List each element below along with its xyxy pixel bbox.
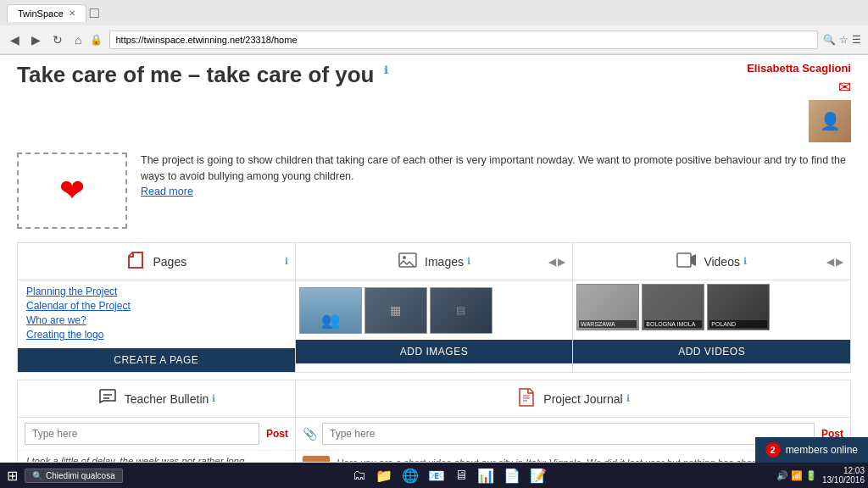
message-icon[interactable]: ✉	[838, 78, 851, 97]
task-icon-3[interactable]: 🌐	[398, 468, 422, 484]
videos-next-button[interactable]: ▶	[836, 256, 843, 268]
image-thumb-3[interactable]: ▤	[430, 287, 492, 334]
page-link-planning[interactable]: Planning the Project	[26, 286, 287, 297]
taskbar-search-label: Chiedimi qualcosa	[46, 471, 115, 480]
video-thumb-3[interactable]: POLAND	[707, 284, 770, 330]
images-icon	[398, 250, 418, 273]
settings-icon[interactable]: ☰	[852, 34, 861, 46]
browser-tab[interactable]: TwinSpace ✕	[7, 4, 86, 22]
home-button[interactable]: ⌂	[71, 31, 85, 48]
add-videos-button[interactable]: ADD VIDEOS	[573, 340, 850, 363]
teacher-bulletin-info-icon[interactable]: ℹ	[212, 393, 215, 404]
taskbar-right: 🔊 📶 🔋 12:03 13/10/2016	[776, 466, 865, 485]
header-section: Take care of me – take care of you ℹ Eli…	[17, 62, 851, 142]
task-icon-8[interactable]: 📝	[526, 468, 550, 484]
project-title: Take care of me – take care of you ℹ	[17, 62, 388, 88]
videos-info-icon[interactable]: ℹ	[743, 256, 747, 267]
pages-body: Planning the Project Calendar of the Pro…	[18, 280, 295, 348]
ssl-icon: 🔒	[90, 34, 103, 46]
image-thumb-2[interactable]: ▦	[364, 287, 427, 334]
new-tab-button[interactable]: □	[90, 4, 99, 22]
journal-icon	[516, 387, 537, 410]
teacher-bulletin-entry-1: I took a little of delay, the week was n…	[18, 451, 295, 462]
page-link-logo[interactable]: Creating the logo	[26, 329, 287, 341]
bookmark-icon[interactable]: ☆	[839, 34, 849, 46]
pages-title: Pages	[153, 255, 186, 269]
project-logo: ❤	[17, 152, 127, 229]
project-journal-info-icon[interactable]: ℹ	[626, 393, 630, 404]
title-info-icon[interactable]: ℹ	[384, 64, 388, 76]
address-bar[interactable]	[109, 30, 818, 49]
pages-section: Pages ℹ Planning the Project Calendar of…	[18, 243, 296, 372]
page-link-calendar[interactable]: Calendar of the Project	[26, 300, 287, 312]
taskbar-time-display: 12:03	[822, 466, 865, 475]
teacher-bulletin-panel: Teacher Bulletin ℹ Post I took a little …	[18, 380, 296, 462]
task-icon-1[interactable]: 🗂	[349, 468, 370, 483]
task-icon-7[interactable]: 📄	[500, 468, 524, 484]
journal-entry-text: Here you are a short video about our cit…	[337, 456, 808, 462]
user-avatar: 👤	[809, 100, 851, 142]
taskbar-center: 🗂 📁 🌐 📧 🖥 📊 📄 📝	[349, 468, 550, 484]
bulletin-entry-text-1: I took a little of delay, the week was n…	[26, 456, 287, 462]
teacher-bulletin-post-button[interactable]: Post	[266, 428, 288, 440]
image-thumb-1[interactable]: 👥	[299, 287, 362, 334]
sections-row: Pages ℹ Planning the Project Calendar of…	[17, 242, 851, 373]
back-button[interactable]: ◀	[7, 31, 23, 48]
images-title: Images	[425, 255, 464, 269]
tab-bar: TwinSpace ✕ □	[0, 0, 868, 25]
video-label-1: WARSZAWA	[579, 320, 637, 328]
pages-icon	[125, 250, 146, 273]
svg-rect-2	[677, 253, 691, 267]
tab-close-button[interactable]: ✕	[69, 8, 75, 18]
members-online-label: members online	[786, 444, 858, 456]
images-prev-button[interactable]: ◀	[548, 256, 556, 268]
videos-section: Videos ℹ ◀ ▶ WARSZAWA BOLOGNA IMOLA POLA…	[573, 243, 850, 372]
project-description: The project is going to show children th…	[141, 152, 851, 185]
project-journal-input[interactable]	[322, 423, 815, 445]
images-header: Images ℹ ◀ ▶	[296, 243, 573, 280]
videos-title: Videos	[704, 255, 740, 269]
add-images-button[interactable]: ADD IMAGES	[296, 340, 573, 363]
read-more-link[interactable]: Read more	[141, 186, 193, 197]
teacher-bulletin-icon	[97, 387, 118, 410]
task-icon-4[interactable]: 📧	[425, 468, 448, 484]
taskbar-date-display: 13/10/2016	[822, 475, 865, 485]
search-taskbar-icon: 🔍	[32, 471, 42, 480]
task-icon-6[interactable]: 📊	[474, 468, 498, 484]
user-area: Elisabetta Scaglioni ✉ 👤	[747, 62, 851, 142]
videos-header: Videos ℹ ◀ ▶	[573, 243, 850, 280]
videos-prev-button[interactable]: ◀	[826, 256, 834, 268]
video-label-3: POLAND	[709, 320, 767, 328]
project-journal-title: Project Journal	[543, 392, 622, 406]
title-area: Take care of me – take care of you ℹ	[17, 62, 388, 88]
videos-icon	[676, 250, 697, 273]
forward-button[interactable]: ▶	[28, 31, 44, 48]
start-button[interactable]: ⊞	[3, 466, 21, 485]
task-icon-5[interactable]: 🖥	[451, 468, 471, 483]
refresh-button[interactable]: ↻	[49, 31, 66, 48]
taskbar-search[interactable]: 🔍 Chiedimi qualcosa	[25, 469, 123, 483]
images-nav: ◀ ▶	[548, 256, 565, 268]
create-page-button[interactable]: CREATE A PAGE	[18, 348, 295, 372]
teacher-bulletin-input[interactable]	[25, 423, 259, 445]
journal-avatar	[303, 456, 330, 462]
images-body: 👥 ▦ ▤	[296, 280, 573, 340]
video-thumb-2[interactable]: BOLOGNA IMOLA	[642, 284, 704, 330]
user-name: Elisabetta Scaglioni	[747, 62, 851, 75]
video-thumb-1[interactable]: WARSZAWA	[576, 284, 639, 330]
system-tray: 🔊 📶 🔋	[776, 470, 817, 481]
task-icon-2[interactable]: 📁	[372, 468, 396, 484]
images-next-button[interactable]: ▶	[558, 256, 565, 268]
videos-nav: ◀ ▶	[826, 256, 843, 268]
bottom-row: Teacher Bulletin ℹ Post I took a little …	[17, 380, 851, 462]
extensions-icon: 🔍	[823, 34, 836, 46]
members-online-bar: 2 members online	[755, 437, 868, 463]
taskbar-left: ⊞ 🔍 Chiedimi qualcosa	[3, 466, 123, 485]
pages-info-icon[interactable]: ℹ	[285, 256, 288, 267]
page-link-who[interactable]: Who are we?	[26, 314, 287, 326]
navigation-bar: ◀ ▶ ↻ ⌂ 🔒 🔍 ☆ ☰	[0, 25, 868, 54]
browser-nav-icons: 🔍 ☆ ☰	[823, 34, 861, 46]
images-info-icon[interactable]: ℹ	[467, 256, 470, 267]
project-journal-header: Project Journal ℹ	[296, 380, 850, 418]
taskbar: ⊞ 🔍 Chiedimi qualcosa 🗂 📁 🌐 📧 🖥 📊 📄 📝 🔊 …	[0, 463, 868, 488]
